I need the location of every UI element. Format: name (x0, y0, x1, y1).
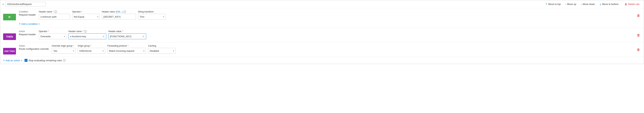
caching-select-wrap: Disabled Enabled ▾ (148, 48, 176, 54)
rule-header: ∧ ⤒ Move to top ↑ Move up ↓ Move down ⤓ … (0, 0, 644, 8)
caching-select[interactable]: Disabled Enabled (148, 48, 176, 54)
rule-header-left: ∧ (2, 2, 543, 7)
then-delete-area: 🗑 (636, 30, 641, 37)
if-badge: IF (3, 14, 16, 20)
header-value-input[interactable] (102, 14, 136, 20)
forwarding-protocol-select-wrap: Match incoming request HTTP only HTTPS o… (107, 48, 146, 54)
move-up-button[interactable]: ↑ Move up (563, 2, 578, 7)
override-origin-required: * (73, 45, 74, 47)
add-condition-plus-icon: + (19, 22, 20, 26)
header-name-info-icon[interactable]: i (54, 11, 57, 13)
then-row: THEN Action Request header Operator * Ov… (3, 30, 641, 40)
then-header-name-group: Header name * i ✓ (68, 30, 106, 39)
then-action-value: Request header (19, 33, 36, 36)
move-down-icon: ↓ (581, 3, 582, 6)
override-origin-select[interactable]: Yes No (52, 48, 76, 54)
then-header-name-required: * (82, 30, 83, 33)
forwarding-protocol-required: * (128, 45, 128, 47)
then-header-name-label: Header name * i (68, 30, 106, 33)
header-name-required: * (53, 11, 54, 13)
operator-select-wrap: Not Equal Equal Contains ▾ (72, 14, 100, 20)
if-delete-button[interactable]: 🗑 (636, 14, 641, 18)
add-action-chevron-icon: ∨ (21, 59, 22, 62)
then-header-name-input[interactable] (68, 33, 106, 39)
operator-required: * (82, 11, 82, 13)
rule-header-actions: ⤒ Move to top ↑ Move up ↓ Move down ⤓ Mo… (543, 2, 642, 7)
then-header-name-check-icon: ✓ (102, 35, 105, 38)
andthen-row: AND THEN Action Route configuration over… (3, 45, 641, 54)
header-value-label: Header value (Edit...) i (102, 11, 136, 13)
then-operator-select-wrap: Overwrite Append Delete ▾ (39, 33, 66, 39)
origin-group-select[interactable]: HSEnforcer (78, 48, 105, 54)
move-to-top-label: Move to top (548, 3, 561, 6)
forwarding-protocol-label: Forwarding protocol * (107, 45, 146, 47)
then-delete-button[interactable]: 🗑 (636, 33, 641, 37)
move-to-bottom-icon: ⤓ (599, 3, 602, 6)
add-condition-chevron-icon: ∨ (38, 23, 40, 25)
condition-value: Request header (19, 13, 36, 16)
caching-label: Caching (148, 45, 176, 47)
rule-container: ∧ ⤒ Move to top ↑ Move up ↓ Move down ⤓ … (0, 0, 644, 64)
override-origin-label: Override origin group * (52, 45, 76, 47)
origin-group-group: Origin group * HSEnforcer ▾ (78, 45, 105, 54)
stop-eval-info-icon[interactable]: i (63, 59, 66, 62)
andthen-delete-button[interactable]: 🗑 (636, 48, 641, 52)
then-header-value-input[interactable] (108, 33, 146, 39)
override-origin-group-group: Override origin group * Yes No ▾ (52, 45, 76, 54)
origin-group-label: Origin group * (78, 45, 105, 47)
string-transform-group: String transform Trim Lowercase Uppercas… (138, 11, 166, 20)
if-section: IF Condition Request header Header name … (0, 8, 644, 28)
forwarding-protocol-select[interactable]: Match incoming request HTTP only HTTPS o… (107, 48, 146, 54)
delete-rule-label: Delete rule (628, 3, 640, 6)
header-name-group: Header name * i (39, 11, 70, 20)
string-transform-select[interactable]: Trim Lowercase Uppercase (138, 14, 166, 20)
andthen-fields-row: Override origin group * Yes No ▾ Origin (52, 45, 176, 54)
header-name-input[interactable] (39, 14, 70, 20)
stop-eval-container: ✓ Stop evaluating remaining rules i (24, 59, 66, 62)
footer-section: + Add an action ∨ ✓ Stop evaluating rema… (0, 57, 644, 64)
string-transform-select-wrap: Trim Lowercase Uppercase ▾ (138, 14, 166, 20)
stop-eval-checkbox[interactable]: ✓ (24, 59, 28, 62)
add-condition-button[interactable]: + Add a condition ∨ (19, 22, 641, 26)
move-up-icon: ↑ (565, 3, 566, 6)
then-header-value-validated-wrap: ✓ (108, 33, 146, 39)
then-badge: THEN (3, 33, 16, 40)
then-action-title: Action (19, 30, 36, 33)
forwarding-protocol-group: Forwarding protocol * Match incoming req… (107, 45, 146, 54)
header-value-edit-link[interactable]: (Edit...) (116, 11, 123, 13)
then-label-row: Action Request header (19, 30, 36, 36)
origin-group-select-wrap: HSEnforcer ▾ (78, 48, 105, 54)
move-to-top-button[interactable]: ⤒ Move to top (543, 2, 563, 7)
andthen-section: AND THEN Action Route configuration over… (0, 42, 644, 57)
rule-name-input[interactable] (6, 2, 46, 7)
header-separator (622, 3, 622, 6)
then-header-name-validated-wrap: ✓ (68, 33, 106, 39)
header-value-info-icon[interactable]: i (124, 11, 126, 13)
header-value-group: Header value (Edit...) i (102, 11, 136, 20)
move-to-bottom-button[interactable]: ⤓ Move to bottom (597, 2, 621, 7)
collapse-icon[interactable]: ∧ (2, 3, 4, 6)
if-fields-row: Header name * i Operator * (39, 11, 166, 20)
add-action-button[interactable]: + Add an action ∨ (3, 59, 22, 62)
if-row: IF Condition Request header Header name … (3, 11, 641, 20)
move-up-label: Move up (567, 3, 576, 6)
operator-select[interactable]: Not Equal Equal Contains (72, 14, 100, 20)
if-delete-area: 🗑 (636, 11, 641, 18)
then-header-name-info-icon[interactable]: i (84, 30, 87, 33)
then-header-value-group: Header value * ✓ (108, 30, 146, 39)
caching-group: Caching Disabled Enabled ▾ (148, 45, 176, 54)
move-to-bottom-label: Move to bottom (602, 3, 619, 6)
andthen-action-title: Action (19, 45, 49, 47)
add-action-plus-icon: + (3, 59, 5, 62)
then-fields-row: Operator * Overwrite Append Delete ▾ (39, 30, 146, 39)
move-to-top-icon: ⤒ (545, 3, 548, 6)
then-operator-required: * (48, 30, 49, 33)
andthen-delete-area: 🗑 (636, 45, 641, 52)
andthen-badge: AND THEN (3, 48, 16, 54)
delete-rule-button[interactable]: 🗑 Delete rule (622, 2, 642, 7)
stop-eval-label: Stop evaluating remaining rules (28, 59, 62, 62)
then-operator-label: Operator * (39, 30, 66, 33)
then-operator-select[interactable]: Overwrite Append Delete (39, 33, 66, 39)
move-down-button[interactable]: ↓ Move down (578, 2, 597, 7)
then-header-value-required: * (122, 30, 123, 33)
